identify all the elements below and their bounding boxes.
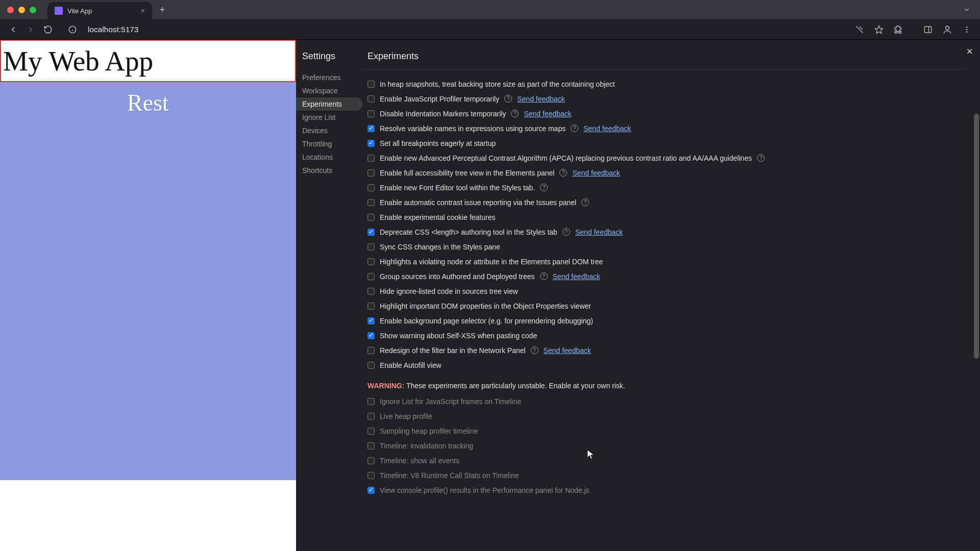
svg-point-8: [966, 29, 968, 30]
experiment-label: Enable new Font Editor tool within the S…: [380, 184, 535, 192]
experiment-checkbox[interactable]: [368, 428, 375, 435]
page-heading: My Web App: [0, 40, 296, 82]
nav-experiments[interactable]: Experiments: [296, 97, 362, 111]
experiment-row: Set all breakpoints eagerly at startup: [368, 136, 966, 151]
nav-locations[interactable]: Locations: [296, 151, 362, 164]
experiment-label: In heap snapshots, treat backing store s…: [380, 80, 615, 88]
help-icon[interactable]: ?: [540, 272, 548, 280]
experiment-checkbox[interactable]: [368, 258, 375, 265]
experiment-checkbox[interactable]: [368, 398, 375, 405]
tabs-dropdown-button[interactable]: [961, 4, 973, 16]
nav-reload-button[interactable]: [41, 22, 55, 37]
sidepanel-icon[interactable]: [921, 22, 935, 37]
help-icon[interactable]: ?: [531, 346, 538, 354]
experiment-checkbox[interactable]: [368, 95, 375, 103]
send-feedback-link[interactable]: Send feedback: [524, 110, 571, 118]
window-close-button[interactable]: [7, 7, 14, 13]
nav-shortcuts[interactable]: Shortcuts: [296, 164, 362, 177]
experiment-label: Enable new Advanced Perceptual Contrast …: [380, 154, 752, 162]
experiment-label: Timeline: show all events: [380, 457, 459, 465]
experiment-checkbox[interactable]: [368, 332, 375, 339]
experiment-checkbox[interactable]: [368, 487, 375, 494]
experiment-label: View console.profile() results in the Pe…: [380, 486, 590, 494]
experiment-checkbox[interactable]: [368, 288, 375, 295]
profile-avatar-icon[interactable]: [940, 22, 954, 37]
nav-forward-button[interactable]: [23, 22, 38, 37]
experiment-checkbox[interactable]: [368, 303, 375, 310]
window-minimize-button[interactable]: [18, 7, 25, 13]
experiment-checkbox[interactable]: [368, 472, 375, 479]
experiment-checkbox[interactable]: [368, 110, 375, 117]
url-text[interactable]: localhost:5173: [88, 25, 139, 34]
help-icon[interactable]: ?: [559, 169, 567, 177]
url-bar: localhost:5173: [0, 19, 980, 40]
experiment-checkbox[interactable]: [368, 184, 375, 191]
experiment-checkbox[interactable]: [368, 140, 375, 147]
help-icon[interactable]: ?: [757, 154, 765, 162]
send-feedback-link[interactable]: Send feedback: [553, 272, 600, 281]
experiment-row: Sampling heap profiler timeline: [368, 423, 966, 438]
extensions-icon[interactable]: [891, 22, 905, 37]
experiment-checkbox[interactable]: [368, 214, 375, 221]
experiment-checkbox[interactable]: [368, 317, 375, 324]
experiment-label: Enable full accessibility tree view in t…: [380, 169, 554, 177]
experiment-checkbox[interactable]: [368, 81, 375, 88]
nav-throttling[interactable]: Throttling: [296, 137, 362, 151]
send-feedback-link[interactable]: Send feedback: [517, 95, 565, 103]
window-zoom-button[interactable]: [30, 7, 36, 13]
menu-kebab-icon[interactable]: [960, 22, 974, 37]
settings-sidebar: Settings Preferences Workspace Experimen…: [296, 40, 362, 551]
experiment-row: Highlights a violating node or attribute…: [368, 254, 966, 269]
experiment-label: Enable background page selector (e.g. fo…: [380, 317, 593, 325]
experiment-checkbox[interactable]: [368, 362, 375, 369]
experiment-row: Enable background page selector (e.g. fo…: [368, 313, 966, 328]
help-icon[interactable]: ?: [581, 198, 589, 206]
experiment-label: Sampling heap profiler timeline: [380, 427, 478, 435]
experiment-row: Resolve variable names in expressions us…: [368, 121, 966, 136]
send-feedback-link[interactable]: Send feedback: [544, 346, 591, 355]
nav-preferences[interactable]: Preferences: [296, 71, 362, 84]
send-feedback-link[interactable]: Send feedback: [572, 169, 620, 177]
experiment-checkbox[interactable]: [368, 347, 375, 354]
experiment-row: Enable automatic contrast issue reportin…: [368, 195, 966, 210]
experiment-checkbox[interactable]: [368, 273, 375, 280]
experiment-row: Show warning about Self-XSS when pasting…: [368, 328, 966, 343]
experiment-checkbox[interactable]: [368, 169, 375, 177]
experiment-row: View console.profile() results in the Pe…: [368, 483, 966, 497]
help-icon[interactable]: ?: [511, 110, 519, 117]
eye-dropper-icon[interactable]: [852, 22, 867, 37]
nav-devices[interactable]: Devices: [296, 124, 362, 137]
nav-ignore-list[interactable]: Ignore List: [296, 111, 362, 124]
experiment-checkbox[interactable]: [368, 442, 375, 449]
experiment-checkbox[interactable]: [368, 199, 375, 206]
scrollbar[interactable]: [974, 88, 979, 496]
experiment-row: Deprecate CSS <length> authoring tool in…: [368, 224, 966, 239]
scrollbar-thumb[interactable]: [974, 114, 979, 359]
bookmark-star-icon[interactable]: [872, 22, 886, 37]
nav-back-button[interactable]: [6, 22, 20, 37]
experiment-row: Ignore List for JavaScript frames on Tim…: [368, 394, 966, 409]
experiment-checkbox[interactable]: [368, 155, 375, 162]
tab-title: Vite App: [67, 7, 92, 15]
experiment-row: In heap snapshots, treat backing store s…: [368, 77, 966, 91]
experiment-checkbox[interactable]: [368, 243, 375, 251]
experiment-row: Enable Autofill view: [368, 358, 966, 372]
experiment-row: Enable experimental cookie features: [368, 210, 966, 224]
help-icon[interactable]: ?: [540, 184, 548, 191]
nav-workspace[interactable]: Workspace: [296, 84, 362, 97]
send-feedback-link[interactable]: Send feedback: [583, 124, 631, 133]
tab-close-button[interactable]: ×: [141, 7, 145, 15]
new-tab-button[interactable]: +: [155, 5, 169, 15]
send-feedback-link[interactable]: Send feedback: [575, 228, 623, 236]
browser-tab[interactable]: Vite App ×: [47, 2, 152, 19]
experiment-label: Show warning about Self-XSS when pasting…: [380, 332, 537, 340]
experiment-checkbox[interactable]: [368, 413, 375, 420]
help-icon[interactable]: ?: [562, 228, 570, 236]
site-info-icon[interactable]: [65, 22, 80, 37]
vite-favicon-icon: [55, 7, 63, 15]
experiment-checkbox[interactable]: [368, 125, 375, 132]
experiment-checkbox[interactable]: [368, 457, 375, 464]
experiment-checkbox[interactable]: [368, 229, 375, 236]
help-icon[interactable]: ?: [571, 124, 578, 132]
help-icon[interactable]: ?: [504, 95, 512, 103]
